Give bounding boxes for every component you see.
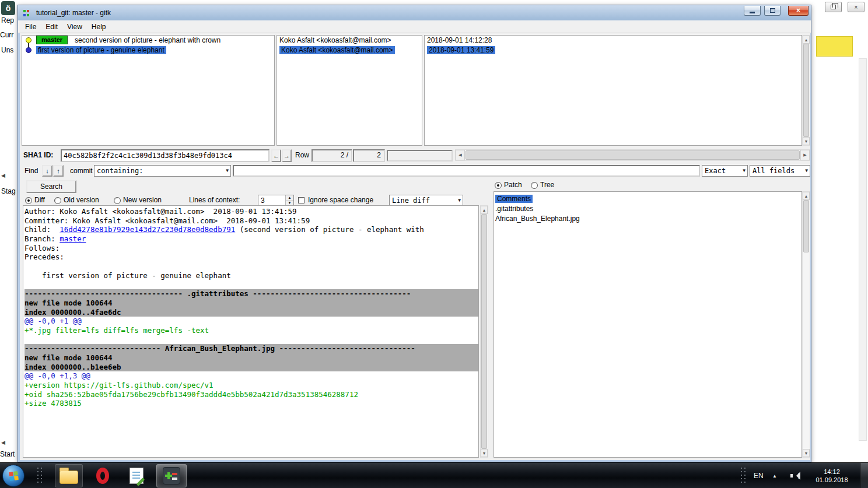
taskbar-gitk-button[interactable] <box>156 464 187 487</box>
file-list-scrollbar[interactable]: ▲ ▼ <box>802 191 810 458</box>
start-button[interactable] <box>2 465 24 487</box>
find-case-dropdown[interactable]: Exact ▼ <box>702 165 748 177</box>
scrollbar-thumb[interactable] <box>803 200 809 252</box>
tray-expand-icon[interactable]: ▲ <box>772 463 777 488</box>
scrollbar-thumb[interactable] <box>803 44 809 137</box>
diff-scrollbar[interactable]: ▲ ▼ <box>480 205 488 458</box>
commit-date-pane[interactable]: 2018-09-01 14:12:282018-09-01 13:41:59 <box>424 35 802 146</box>
taskbar-grip[interactable] <box>36 466 44 485</box>
commit-author-pane[interactable]: Koko Asfalt <kokoasfalt@mail.com>Koko As… <box>276 35 422 146</box>
menu-file[interactable]: File <box>20 22 41 32</box>
diff-line: Precedes: <box>24 252 478 262</box>
scroll-up-icon[interactable]: ▲ <box>803 36 810 44</box>
new-version-label[interactable]: New version <box>123 196 162 204</box>
history-forward-button[interactable]: → <box>282 149 292 162</box>
menu-help[interactable]: Help <box>87 22 111 32</box>
scroll-up-icon[interactable]: ▲ <box>803 192 810 200</box>
old-version-label[interactable]: Old version <box>64 196 99 204</box>
horizontal-scrollbar[interactable]: ◀ ▶ <box>455 149 810 161</box>
scroll-down-icon[interactable]: ▼ <box>803 449 810 457</box>
scroll-right-icon[interactable]: ▶ <box>800 150 810 160</box>
patch-radio-label[interactable]: Patch <box>504 181 522 189</box>
ignore-space-checkbox[interactable] <box>298 197 304 203</box>
history-back-button[interactable]: ← <box>271 149 281 162</box>
find-input[interactable] <box>233 165 700 177</box>
maximize-button[interactable] <box>764 6 780 16</box>
commit-graph-pane[interactable]: mastersecond version of picture - elepha… <box>22 35 275 146</box>
commit-link[interactable]: 16dd4278e81b7929e143d27c230d78e0d8edb791 <box>60 225 235 234</box>
background-scrollbar[interactable] <box>859 58 867 441</box>
menu-bar: FileEditViewHelp <box>18 20 811 33</box>
scroll-down-icon[interactable]: ▼ <box>481 449 488 457</box>
scroll-left-icon[interactable]: ◀ <box>456 150 465 160</box>
commit-dot-yellow <box>26 37 32 43</box>
taskbar-editor-button[interactable] <box>123 464 150 487</box>
git-icon <box>163 467 180 485</box>
scrollbar-thumb[interactable] <box>481 214 487 449</box>
spin-up-icon[interactable]: ▲ <box>286 195 293 201</box>
file-list-item[interactable]: .gitattributes <box>494 204 802 214</box>
background-scroll-left-icon[interactable]: ◀ <box>1 173 5 178</box>
diff-text: new file mode 100644 <box>24 353 113 362</box>
diff-radio[interactable] <box>25 197 32 204</box>
search-button[interactable]: Search <box>26 180 76 193</box>
diff-text: (second version of picture - elephant wi… <box>235 225 424 234</box>
language-indicator[interactable]: EN <box>754 463 764 488</box>
background-close-button[interactable]: × <box>848 2 864 12</box>
background-scroll-left-icon[interactable]: ◀ <box>1 440 5 445</box>
close-button[interactable]: × <box>788 6 808 16</box>
find-fields-dropdown[interactable]: All fields ▼ <box>750 165 810 177</box>
commit-link[interactable]: master <box>60 234 86 243</box>
window-title: tutorial_git: master - gitk <box>36 9 111 17</box>
find-case-value: Exact <box>705 167 726 175</box>
volume-icon[interactable]: ) <box>790 472 800 480</box>
gitk-app-icon <box>22 8 32 17</box>
taskbar-clock[interactable]: 14:12 01.09.2018 <box>810 463 854 488</box>
old-version-radio[interactable] <box>54 197 61 204</box>
commit-date-cell[interactable]: 2018-09-01 13:41:59 <box>425 45 802 55</box>
minimize-button[interactable] <box>744 6 761 16</box>
file-name: Comments <box>495 195 533 203</box>
taskbar-explorer-button[interactable] <box>55 464 83 487</box>
row-label: Row <box>295 151 309 159</box>
tree-radio[interactable] <box>531 182 538 189</box>
scroll-up-icon[interactable]: ▲ <box>481 206 488 214</box>
context-spinner[interactable]: 3 ▲ ▼ <box>258 195 294 206</box>
commit-date-cell[interactable]: 2018-09-01 14:12:28 <box>425 36 802 45</box>
tray-grip[interactable] <box>740 466 748 485</box>
diff-text: ------------------------------------ .gi… <box>24 289 411 298</box>
commit-author-cell[interactable]: Koko Asfalt <kokoasfalt@mail.com> <box>277 36 422 45</box>
file-name: .gitattributes <box>495 205 533 213</box>
commit-row[interactable]: first version of picture - genuine eleph… <box>22 45 274 55</box>
taskbar-opera-button[interactable] <box>89 464 117 487</box>
tree-radio-label[interactable]: Tree <box>540 181 554 189</box>
menu-edit[interactable]: Edit <box>41 22 62 32</box>
sha1-input[interactable] <box>61 149 270 162</box>
diff-view[interactable]: Author: Koko Asfalt <kokoasfalt@mail.com… <box>23 205 479 458</box>
file-list-pane[interactable]: Comments.gitattributesAfrican_Bush_Eleph… <box>494 191 802 458</box>
row-current-field: 2 / <box>312 149 352 162</box>
progress-gauge <box>387 150 453 162</box>
scrollbar-thumb[interactable] <box>466 150 800 160</box>
ignore-space-label[interactable]: Ignore space change <box>308 196 373 204</box>
title-bar[interactable]: tutorial_git: master - gitk × <box>18 5 811 20</box>
commit-list-scrollbar[interactable]: ▲ ▼ <box>802 35 810 146</box>
diff-mode-dropdown[interactable]: Line diff ▼ <box>389 195 463 206</box>
find-next-button[interactable]: ↓ <box>42 165 52 177</box>
commit-row[interactable]: mastersecond version of picture - elepha… <box>22 36 274 45</box>
diff-text: Branch: <box>24 234 60 243</box>
background-restore-button[interactable] <box>825 2 842 12</box>
find-match-mode-dropdown[interactable]: containing: ▼ <box>94 165 231 177</box>
patch-radio[interactable] <box>495 182 502 189</box>
menu-view[interactable]: View <box>62 22 87 32</box>
commit-author-cell[interactable]: Koko Asfalt <kokoasfalt@mail.com> <box>277 45 422 55</box>
diff-radio-label[interactable]: Diff <box>34 196 45 204</box>
find-prev-button[interactable]: ↑ <box>53 165 64 177</box>
new-version-radio[interactable] <box>114 197 121 204</box>
gitk-window: tutorial_git: master - gitk × FileEditVi… <box>18 5 811 462</box>
file-list-item[interactable]: Comments <box>494 194 802 204</box>
scroll-down-icon[interactable]: ▼ <box>803 137 810 145</box>
file-list-item[interactable]: African_Bush_Elephant.jpg <box>494 214 802 224</box>
diff-text: Author: Koko Asfalt <kokoasfalt@mail.com… <box>24 207 297 216</box>
show-desktop-button[interactable] <box>860 463 868 488</box>
